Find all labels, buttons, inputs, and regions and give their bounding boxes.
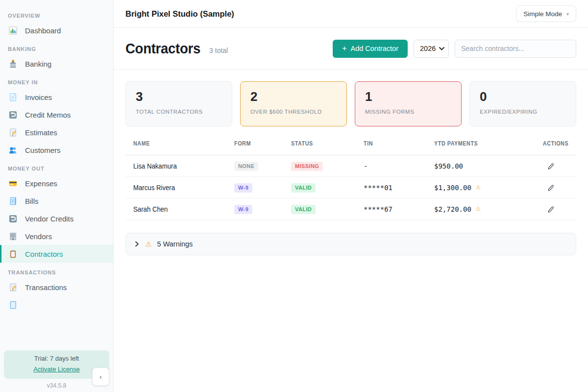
tin-value: - (364, 162, 434, 170)
sidebar-item-estimates[interactable]: Estimates (0, 123, 113, 141)
sidebar-item-dashboard[interactable]: Dashboard (0, 22, 113, 39)
form-badge: W-9 (234, 205, 252, 214)
col-name: NAME (133, 140, 224, 147)
mode-button-label: Simple Mode (523, 10, 562, 18)
page-icon (8, 92, 18, 102)
col-status: STATUS (291, 140, 356, 147)
page-title: Contractors (125, 41, 200, 57)
section-transactions: TRANSACTIONS (0, 263, 113, 278)
edit-pencil-icon[interactable] (546, 182, 556, 193)
warnings-accordion[interactable]: ⚠ 5 Warnings (125, 233, 576, 255)
activate-license-link[interactable]: Activate License (33, 366, 80, 373)
year-select[interactable]: 2026 (414, 40, 449, 58)
table-row: Sarah Chen W-9 VALID *****67 $2,720.00⚠ (125, 198, 576, 220)
topbar: Bright Pixel Studio (Sample) Simple Mode… (114, 0, 588, 28)
col-tin: TIN (364, 140, 427, 147)
contractor-name: Lisa Nakamura (133, 162, 222, 170)
sidebar-item-credit-memos[interactable]: Credit Memos (0, 106, 113, 123)
ytd-value: $1,300.00 (434, 184, 471, 192)
main-area: Bright Pixel Studio (Sample) Simple Mode… (114, 0, 588, 392)
company-title: Bright Pixel Studio (Sample) (125, 9, 234, 19)
header-controls: + Add Contractor 2026 (333, 40, 576, 58)
warning-icon: ⚠ (146, 241, 152, 247)
sidebar-item-label: Estimates (25, 128, 57, 137)
trial-days-left: Trial: 7 days left (9, 355, 104, 362)
tin-value: *****01 (364, 184, 434, 192)
ytd-value: $2,720.00 (434, 205, 471, 213)
section-banking: BANKING (0, 39, 113, 55)
warning-icon: ⚠ (476, 185, 481, 191)
sidebar-item-label: Transactions (25, 283, 67, 292)
plus-icon: + (342, 45, 346, 52)
ytd-value: $950.00 (434, 162, 463, 170)
year-select-wrap: 2026 (414, 40, 449, 58)
stat-label: TOTAL CONTRACTORS (136, 109, 222, 115)
sidebar-item-label: Vendor Credits (25, 215, 74, 223)
sidebar-item-label: Dashboard (25, 26, 61, 35)
memo-pencil-icon (8, 282, 18, 292)
sidebar-item-banking[interactable]: $ Banking (0, 55, 113, 73)
credit-card-icon (8, 178, 18, 188)
people-icon (8, 145, 18, 155)
memo-pencil-icon (8, 127, 18, 137)
sidebar-item-label: Bills (25, 197, 39, 205)
sidebar-collapse-button[interactable]: ‹ (92, 368, 109, 386)
section-overview: OVERVIEW (0, 6, 113, 22)
caret-down-icon: ▾ (566, 11, 569, 17)
chevron-right-icon (133, 241, 140, 247)
bank-icon: $ (8, 59, 18, 69)
blue-page-icon (8, 300, 18, 310)
stat-card-threshold: 2 OVER $600 THRESHOLD (240, 81, 347, 126)
sidebar-item-label: Vendors (25, 232, 52, 241)
search-input[interactable] (455, 40, 576, 58)
stat-label: EXPIRED/EXPIRING (480, 109, 566, 115)
stat-card-missing-forms: 1 MISSING FORMS (355, 81, 462, 126)
app-root: OVERVIEW Dashboard BANKING $ Banking MON… (0, 0, 588, 392)
return-arrow-icon (8, 214, 18, 223)
sidebar-item-vendor-credits[interactable]: Vendor Credits (0, 210, 113, 227)
stat-value: 2 (250, 90, 337, 103)
sidebar: OVERVIEW Dashboard BANKING $ Banking MON… (0, 0, 114, 392)
sidebar-item-transactions[interactable]: Transactions (0, 278, 113, 296)
stat-cards: 3 TOTAL CONTRACTORS 2 OVER $600 THRESHOL… (125, 81, 576, 126)
stat-label: OVER $600 THRESHOLD (250, 109, 337, 115)
col-form: FORM (234, 140, 285, 147)
sidebar-item-label: Credit Memos (25, 111, 71, 119)
page-header: Contractors 3 total + Add Contractor 202… (114, 28, 588, 70)
section-money-in: MONEY IN (0, 73, 113, 88)
add-contractor-button[interactable]: + Add Contractor (333, 40, 408, 58)
content: 3 TOTAL CONTRACTORS 2 OVER $600 THRESHOL… (114, 70, 588, 392)
sidebar-item-label: Customers (25, 146, 61, 154)
sidebar-item-partial[interactable] (0, 296, 113, 314)
chevron-left-icon: ‹ (99, 372, 102, 381)
sidebar-item-bills[interactable]: Bills (0, 192, 113, 210)
return-arrow-icon (8, 110, 18, 120)
sidebar-item-expenses[interactable]: Expenses (0, 174, 113, 192)
edit-pencil-icon[interactable] (546, 204, 556, 214)
stat-value: 3 (136, 90, 222, 103)
add-button-label: Add Contractor (350, 45, 398, 52)
sidebar-item-invoices[interactable]: Invoices (0, 88, 113, 106)
status-badge: MISSING (291, 162, 323, 171)
contractor-name: Sarah Chen (133, 205, 222, 213)
stat-value: 1 (365, 90, 451, 103)
sidebar-item-label: Contractors (25, 250, 63, 258)
sidebar-item-label: Banking (25, 60, 51, 68)
blue-page-icon (8, 196, 18, 206)
stat-card-expired: 0 EXPIRED/EXPIRING (469, 81, 576, 126)
stat-label: MISSING FORMS (365, 109, 451, 115)
warnings-label: 5 Warnings (157, 240, 193, 248)
form-badge: NONE (234, 162, 258, 171)
status-badge: VALID (291, 183, 316, 193)
sidebar-item-customers[interactable]: Customers (0, 141, 113, 159)
form-badge: W-9 (234, 183, 252, 193)
sidebar-item-vendors[interactable]: Vendors (0, 227, 113, 245)
sidebar-item-contractors[interactable]: Contractors (0, 245, 113, 263)
col-actions: ACTIONS (543, 140, 568, 147)
simple-mode-button[interactable]: Simple Mode ▾ (516, 5, 576, 22)
table-row: Marcus Rivera W-9 VALID *****01 $1,300.0… (125, 177, 576, 198)
edit-pencil-icon[interactable] (546, 161, 556, 171)
tin-value: *****67 (364, 205, 434, 213)
total-count: 3 total (209, 47, 228, 54)
warning-icon: ⚠ (476, 206, 481, 212)
